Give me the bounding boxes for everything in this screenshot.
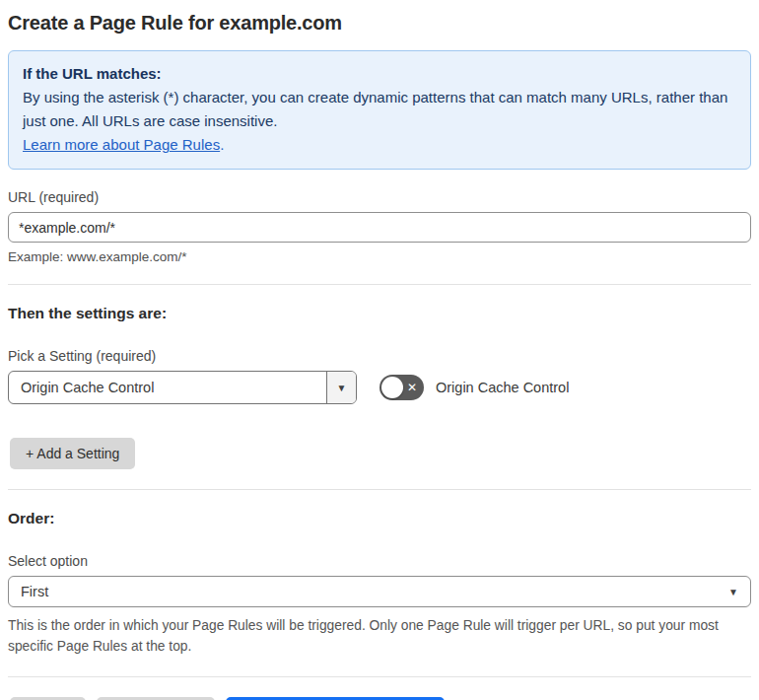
page-title: Create a Page Rule for example.com	[8, 12, 751, 35]
pick-setting-label: Pick a Setting (required)	[8, 348, 751, 364]
origin-cache-control-toggle-wrap: ✕ Origin Cache Control	[380, 375, 569, 400]
toggle-off-x-icon: ✕	[407, 382, 417, 393]
toggle-label: Origin Cache Control	[436, 380, 569, 395]
chevron-down-icon: ▼	[728, 587, 738, 597]
setting-dropdown[interactable]: Origin Cache Control ▼	[8, 371, 357, 404]
url-input[interactable]	[8, 212, 751, 243]
link-suffix: .	[220, 136, 224, 153]
order-section-heading: Order:	[8, 510, 751, 527]
dropdown-arrow-button[interactable]: ▼	[326, 372, 356, 403]
order-select-label: Select option	[8, 553, 751, 569]
divider	[8, 284, 751, 285]
setting-row: Origin Cache Control ▼ ✕ Origin Cache Co…	[8, 371, 751, 404]
origin-cache-control-toggle[interactable]: ✕	[380, 375, 424, 400]
order-help-text: This is the order in which your Page Rul…	[8, 615, 751, 657]
info-box-heading: If the URL matches:	[23, 62, 736, 86]
page-rule-form: Create a Page Rule for example.com If th…	[0, 0, 759, 700]
divider	[8, 676, 751, 677]
url-example-text: Example: www.example.com/*	[8, 249, 751, 264]
setting-dropdown-value: Origin Cache Control	[9, 372, 326, 403]
url-field-label: URL (required)	[8, 189, 751, 205]
divider	[8, 489, 751, 490]
learn-more-link[interactable]: Learn more about Page Rules	[23, 136, 220, 153]
info-box-body: By using the asterisk (*) character, you…	[23, 86, 736, 133]
add-setting-button[interactable]: + Add a Setting	[10, 438, 135, 469]
settings-section-heading: Then the settings are:	[8, 305, 751, 322]
order-select-value: First	[21, 584, 48, 599]
toggle-knob	[381, 377, 403, 398]
order-select[interactable]: First ▼	[8, 576, 751, 607]
chevron-down-icon: ▼	[337, 383, 347, 393]
url-match-info-box: If the URL matches: By using the asteris…	[8, 50, 751, 170]
info-box-link-line: Learn more about Page Rules.	[23, 133, 736, 157]
